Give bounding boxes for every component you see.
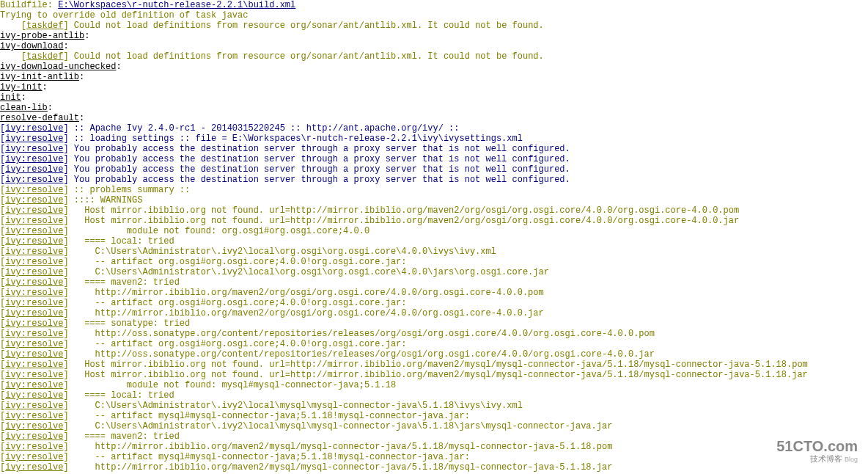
target-ivy-download-unchecked: ivy-download-unchecked: xyxy=(0,62,868,72)
ivy-mysql-artifact-2: [ivy:resolve] -- artifact mysql#mysql-co… xyxy=(0,452,868,462)
ivy-proxy-2: [ivy:resolve] You probably access the de… xyxy=(0,154,868,164)
target-resolve-default: resolve-default: xyxy=(0,113,868,123)
buildfile-line: Buildfile: E:\Workspaces\r-nutch-release… xyxy=(0,0,868,10)
ivy-local-tried-1: [ivy:resolve] ==== local: tried xyxy=(0,236,868,247)
target-ivy-init: ivy-init: xyxy=(0,82,868,92)
ivy-osgi-artifact-1: [ivy:resolve] -- artifact org.osgi#org.o… xyxy=(0,257,868,267)
taskdef-line-1: [taskdef] Could not load definitions fro… xyxy=(0,21,868,31)
ivy-osgi-artifact-2: [ivy:resolve] -- artifact org.osgi#org.o… xyxy=(0,298,868,308)
ivy-warnings: [ivy:resolve] :::: WARNINGS xyxy=(0,195,868,205)
ivy-proxy-4: [ivy:resolve] You probably access the de… xyxy=(0,175,868,185)
ivy-osgi-local-jar: [ivy:resolve] C:\Users\Administrator\.iv… xyxy=(0,267,868,277)
target-ivy-probe-antlib: ivy-probe-antlib: xyxy=(0,31,868,41)
ivy-osgi-local-ivy: [ivy:resolve] C:\Users\Administrator\.iv… xyxy=(0,247,868,257)
ivy-osgi-artifact-3: [ivy:resolve] -- artifact org.osgi#org.o… xyxy=(0,339,868,349)
ivy-mod-osgi: [ivy:resolve] module not found: org.osgi… xyxy=(0,226,868,236)
ivy-maven2-tried-1: [ivy:resolve] ==== maven2: tried xyxy=(0,277,868,288)
ivy-host-mysql-jar: [ivy:resolve] Host mirror.ibiblio.org no… xyxy=(0,370,868,380)
ivy-host-mysql-pom: [ivy:resolve] Host mirror.ibiblio.org no… xyxy=(0,360,868,370)
ivy-local-tried-2: [ivy:resolve] ==== local: tried xyxy=(0,390,868,401)
override-msg: Trying to override old definition of tas… xyxy=(0,10,868,21)
ivy-version: [ivy:resolve] :: Apache Ivy 2.4.0-rc1 - … xyxy=(0,123,868,134)
ivy-loading: [ivy:resolve] :: loading settings :: fil… xyxy=(0,134,868,144)
ivy-problems: [ivy:resolve] :: problems summary :: xyxy=(0,185,868,195)
ivy-osgi-m2-jar: [ivy:resolve] http://mirror.ibiblio.org/… xyxy=(0,308,868,318)
ivy-mysql-m2-pom: [ivy:resolve] http://mirror.ibiblio.org/… xyxy=(0,442,868,452)
ivy-host-osgi-jar: [ivy:resolve] Host mirror.ibiblio.org no… xyxy=(0,216,868,226)
ivy-mysql-m2-jar: [ivy:resolve] http://mirror.ibiblio.org/… xyxy=(0,462,868,473)
target-clean-lib: clean-lib: xyxy=(0,103,868,113)
ivy-mysql-local-ivy: [ivy:resolve] C:\Users\Administrator\.iv… xyxy=(0,401,868,411)
taskdef-line-2: [taskdef] Could not load definitions fro… xyxy=(0,51,868,62)
ivy-proxy-3: [ivy:resolve] You probably access the de… xyxy=(0,164,868,175)
ivy-sonatype-tried: [ivy:resolve] ==== sonatype: tried xyxy=(0,318,868,329)
ivy-maven2-tried-2: [ivy:resolve] ==== maven2: tried xyxy=(0,431,868,442)
ivy-host-osgi-pom: [ivy:resolve] Host mirror.ibiblio.org no… xyxy=(0,205,868,216)
target-init: init: xyxy=(0,92,868,103)
ivy-mod-mysql: [ivy:resolve] module not found: mysql#my… xyxy=(0,380,868,390)
target-ivy-init-antlib: ivy-init-antlib: xyxy=(0,72,868,82)
ivy-proxy-1: [ivy:resolve] You probably access the de… xyxy=(0,144,868,154)
ivy-osgi-m2-pom: [ivy:resolve] http://mirror.ibiblio.org/… xyxy=(0,288,868,298)
ivy-osgi-st-jar: [ivy:resolve] http://oss.sonatype.org/co… xyxy=(0,349,868,360)
ivy-mysql-local-jar: [ivy:resolve] C:\Users\Administrator\.iv… xyxy=(0,421,868,431)
ivy-osgi-st-pom: [ivy:resolve] http://oss.sonatype.org/co… xyxy=(0,329,868,339)
target-ivy-download: ivy-download: xyxy=(0,41,868,51)
ivy-mysql-artifact-1: [ivy:resolve] -- artifact mysql#mysql-co… xyxy=(0,411,868,421)
